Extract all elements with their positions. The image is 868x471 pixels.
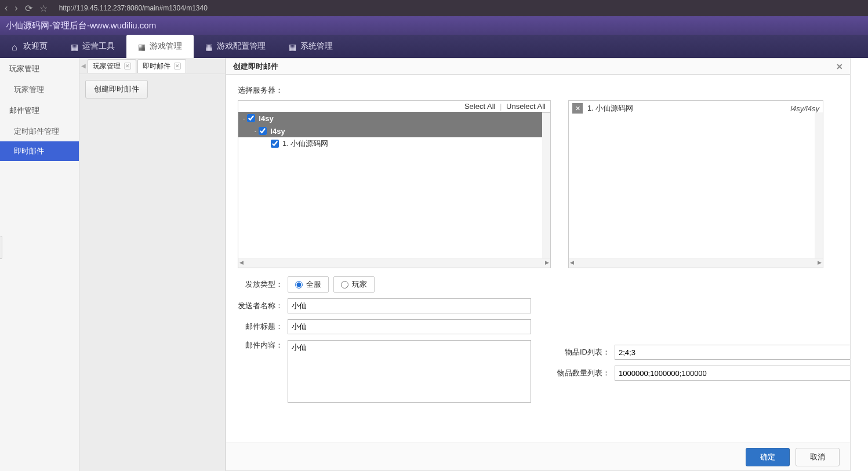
tree-node-leaf[interactable]: 1. 小仙源码网 <box>238 137 550 150</box>
browser-chrome: ‹ › ⟳ ☆ http://119.45.112.237:8080/main#… <box>0 0 868 16</box>
sender-label: 发送者名称： <box>238 301 283 311</box>
tree-node-child[interactable]: - l4sy <box>238 125 550 137</box>
item-qty-label: 物品数量列表： <box>554 368 610 378</box>
tab-label: 即时邮件 <box>143 61 170 71</box>
collapse-icon[interactable]: - <box>243 115 245 122</box>
cancel-button[interactable]: 取消 <box>796 448 840 466</box>
nav-label: 欢迎页 <box>23 41 48 52</box>
unselect-all-link[interactable]: Unselect All <box>506 102 546 111</box>
radio-label: 全服 <box>306 279 321 290</box>
tab-label: 玩家管理 <box>93 61 121 71</box>
close-icon[interactable]: ✕ <box>124 63 131 70</box>
grid-icon <box>138 42 146 50</box>
radio-label: 玩家 <box>352 279 367 290</box>
nav-label: 运营工具 <box>82 41 115 52</box>
tree-node-root[interactable]: - l4sy <box>238 112 550 125</box>
app-title: 小仙源码网-管理后台-www.wudiliu.com <box>0 16 868 35</box>
select-all-link[interactable]: Select All <box>464 102 495 111</box>
scrollbar[interactable] <box>815 112 823 258</box>
back-icon[interactable]: ‹ <box>5 3 8 13</box>
selected-label: 1. 小仙源码网 <box>587 103 633 114</box>
close-icon[interactable]: ✕ <box>836 62 843 71</box>
remove-icon[interactable]: ✕ <box>572 103 583 114</box>
collapse-icon[interactable]: - <box>255 128 256 134</box>
nav-system[interactable]: 系统管理 <box>277 35 344 58</box>
server-tree[interactable]: - l4sy - l4sy 1. 小仙源码网 <box>238 112 550 258</box>
grid-icon <box>71 42 79 50</box>
sidebar-group-player[interactable]: 玩家管理 <box>0 58 79 80</box>
refresh-icon[interactable]: ⟳ <box>25 3 32 14</box>
nav-label: 游戏配置管理 <box>217 41 266 52</box>
nav-welcome[interactable]: 欢迎页 <box>0 35 59 58</box>
create-instant-mail-button[interactable]: 创建即时邮件 <box>85 80 148 98</box>
tree-checkbox[interactable] <box>259 127 267 135</box>
home-icon <box>12 42 20 50</box>
radio-player[interactable]: 玩家 <box>333 276 375 293</box>
scrollbar[interactable] <box>569 258 823 268</box>
grid-icon <box>205 42 213 50</box>
content-textarea[interactable] <box>288 340 531 403</box>
tree-checkbox[interactable] <box>271 140 279 148</box>
select-controls: Select All | Unselect All <box>238 101 550 112</box>
tree-label: l4sy <box>270 127 285 136</box>
panel-title: 创建即时邮件 <box>233 61 278 72</box>
nav-label: 系统管理 <box>300 41 333 52</box>
subject-label: 邮件标题： <box>238 322 283 332</box>
tab-player-manage[interactable]: 玩家管理 ✕ <box>88 59 136 73</box>
tree-label: l4sy <box>259 114 273 123</box>
selected-server-row: ✕ 1. 小仙源码网 l4sy/l4sy <box>569 101 823 116</box>
dispatch-type-label: 发放类型： <box>238 279 283 290</box>
scrollbar[interactable] <box>542 112 550 258</box>
server-tree-panel: Select All | Unselect All - l4sy - <box>238 100 551 268</box>
tab-scroll-left[interactable]: ◀ <box>79 59 88 73</box>
close-icon[interactable]: ✕ <box>174 63 181 70</box>
tree-checkbox[interactable] <box>247 114 255 122</box>
selected-path: l4sy/l4sy <box>790 104 819 113</box>
star-icon[interactable]: ☆ <box>39 3 48 14</box>
content-label: 邮件内容： <box>238 340 283 350</box>
main-area: 创建即时邮件 ✕ 选择服务器： Select All | Unselect Al… <box>226 58 868 471</box>
item-id-label: 物品ID列表： <box>554 347 610 357</box>
item-id-input[interactable] <box>615 345 850 360</box>
subject-input[interactable] <box>288 319 531 334</box>
sidebar-expand-handle[interactable] <box>0 236 2 259</box>
url-bar[interactable]: http://119.45.112.237:8080/main#m1304/m1… <box>59 4 208 12</box>
grid-icon <box>289 42 297 50</box>
sidebar-item-instant-mail[interactable]: 即时邮件 <box>0 141 79 161</box>
radio-all-servers[interactable]: 全服 <box>288 276 329 293</box>
item-qty-input[interactable] <box>615 366 850 381</box>
main-nav: 欢迎页 运营工具 游戏管理 游戏配置管理 系统管理 <box>0 35 868 58</box>
tab-instant-mail[interactable]: 即时邮件 ✕ <box>137 59 186 73</box>
radio-input[interactable] <box>341 281 348 289</box>
scrollbar[interactable] <box>238 258 550 268</box>
selected-servers-panel: ✕ 1. 小仙源码网 l4sy/l4sy <box>568 100 823 268</box>
ok-button[interactable]: 确定 <box>746 448 790 466</box>
nav-label: 游戏管理 <box>150 41 182 52</box>
nav-game-config[interactable]: 游戏配置管理 <box>194 35 277 58</box>
sidebar-group-mail[interactable]: 邮件管理 <box>0 100 79 122</box>
nav-game-manage[interactable]: 游戏管理 <box>126 35 194 58</box>
mid-column: ◀ 玩家管理 ✕ 即时邮件 ✕ 创建即时邮件 <box>79 58 226 471</box>
sidebar-item-scheduled-mail[interactable]: 定时邮件管理 <box>0 122 79 141</box>
panel-header: 创建即时邮件 ✕ <box>226 59 850 75</box>
sender-input[interactable] <box>288 298 531 313</box>
panel-footer: 确定 取消 <box>226 443 850 470</box>
forward-icon[interactable]: › <box>14 3 17 13</box>
tree-label: 1. 小仙源码网 <box>282 138 328 149</box>
server-select-label: 选择服务器： <box>238 85 838 96</box>
nav-operations[interactable]: 运营工具 <box>59 35 126 58</box>
sidebar: 玩家管理 玩家管理 邮件管理 定时邮件管理 即时邮件 <box>0 58 79 471</box>
sidebar-item-player-manage[interactable]: 玩家管理 <box>0 80 79 100</box>
create-mail-panel: 创建即时邮件 ✕ 选择服务器： Select All | Unselect Al… <box>226 58 851 471</box>
radio-input[interactable] <box>295 281 303 289</box>
tab-strip: ◀ 玩家管理 ✕ 即时邮件 ✕ <box>79 58 225 74</box>
